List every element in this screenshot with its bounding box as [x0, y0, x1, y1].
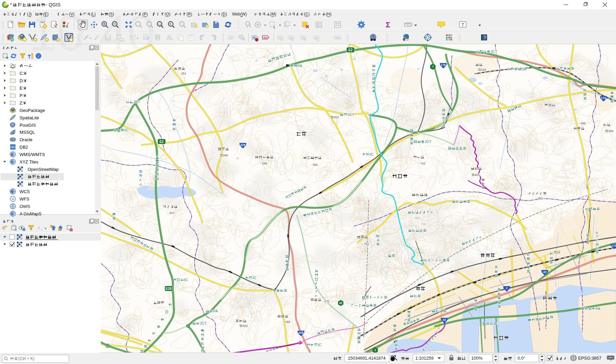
- svg-text:453: 453: [334, 116, 339, 119]
- svg-text:Σ: Σ: [386, 21, 390, 29]
- svg-text:JCT: JCT: [491, 50, 497, 54]
- svg-text:WCS: WCS: [20, 189, 30, 194]
- svg-text:n: n: [41, 229, 42, 231]
- svg-text:Web(W): Web(W): [232, 12, 247, 17]
- svg-text:JCT: JCT: [200, 321, 206, 325]
- svg-text:OWS: OWS: [20, 204, 30, 209]
- svg-text:ab: ab: [253, 36, 256, 39]
- svg-text:*: *: [10, 2, 12, 7]
- svg-text:abc: abc: [278, 36, 282, 39]
- svg-text:Z:¥: Z:¥: [20, 100, 26, 105]
- svg-text:PA: PA: [596, 307, 601, 311]
- svg-text:Oracle: Oracle: [20, 137, 32, 142]
- svg-text:(S): (S): [109, 12, 114, 17]
- svg-text:WMS/WMTS: WMS/WMTS: [20, 152, 45, 157]
- svg-text:(J): (J): [27, 12, 32, 17]
- svg-text:3: 3: [374, 348, 376, 352]
- svg-text:T: T: [461, 22, 464, 27]
- svg-text:- QGIS: - QGIS: [46, 2, 61, 7]
- svg-text:IC: IC: [318, 343, 321, 347]
- svg-text:(R): (R): [187, 12, 192, 17]
- svg-text:722: 722: [420, 162, 425, 165]
- svg-text:459: 459: [285, 320, 290, 324]
- svg-text:P:¥: P:¥: [20, 93, 26, 98]
- svg-text:JCT: JCT: [425, 140, 431, 144]
- svg-text:800: 800: [415, 216, 420, 220]
- svg-text:ε: ε: [38, 225, 40, 230]
- svg-text:E:¥: E:¥: [20, 86, 26, 91]
- svg-text:abc: abc: [302, 36, 306, 39]
- svg-text:OpenStreetMap: OpenStreetMap: [28, 167, 59, 172]
- svg-text:(P): (P): [142, 12, 148, 17]
- svg-text:43: 43: [543, 270, 547, 274]
- svg-text:586: 586: [223, 154, 228, 157]
- svg-text:E2: E2: [160, 140, 164, 144]
- svg-text:15034691,4141874: 15034691,4141874: [348, 356, 386, 361]
- svg-text:7: 7: [432, 65, 434, 68]
- svg-text:XYZ Tiles: XYZ Tiles: [20, 159, 38, 164]
- svg-text:200: 200: [148, 187, 153, 190]
- svg-text:176: 176: [601, 96, 606, 100]
- svg-text:V: V: [12, 198, 14, 201]
- svg-text:931: 931: [475, 173, 480, 177]
- svg-text:565: 565: [313, 163, 318, 166]
- svg-text:488: 488: [581, 122, 586, 125]
- svg-text:DB2: DB2: [20, 145, 28, 150]
- svg-text:428: 428: [298, 331, 303, 334]
- svg-text:abc: abc: [315, 36, 319, 39]
- svg-text:WFS: WFS: [20, 196, 29, 202]
- svg-text:abc: abc: [229, 36, 233, 39]
- svg-text:SpatiaLite: SpatiaLite: [20, 115, 39, 120]
- svg-text:1:101259: 1:101259: [415, 356, 433, 361]
- svg-text:D:¥: D:¥: [20, 78, 27, 83]
- svg-text:(O): (O): [165, 12, 170, 17]
- svg-text:E2: E2: [348, 48, 353, 52]
- svg-text:347: 347: [169, 211, 174, 215]
- svg-text:251: 251: [181, 72, 186, 75]
- svg-text:E28: E28: [166, 287, 172, 291]
- svg-text:PostGIS: PostGIS: [20, 123, 36, 128]
- svg-text:PA: PA: [213, 309, 218, 313]
- svg-text:32: 32: [339, 301, 342, 305]
- svg-text:428: 428: [240, 143, 245, 147]
- svg-text:(Ctrl + K): (Ctrl + K): [18, 356, 34, 361]
- svg-text:2: 2: [506, 286, 507, 290]
- svg-text:171: 171: [611, 244, 616, 247]
- svg-text:(D): (D): [221, 12, 227, 17]
- svg-text:(H): (H): [326, 12, 332, 17]
- svg-text:abc: abc: [289, 36, 293, 39]
- svg-text:100%: 100%: [471, 356, 483, 361]
- svg-text:(M): (M): [270, 12, 276, 17]
- svg-text:GeoPackage: GeoPackage: [20, 108, 45, 113]
- svg-text:0.0°: 0.0°: [517, 356, 525, 361]
- svg-text:(E): (E): [43, 12, 49, 17]
- svg-text:470: 470: [324, 300, 329, 303]
- svg-text:SA: SA: [522, 67, 527, 71]
- svg-text:PA: PA: [298, 64, 303, 68]
- svg-text:403: 403: [243, 324, 248, 328]
- svg-text:EPSG:3857: EPSG:3857: [578, 356, 601, 361]
- svg-text:abc: abc: [263, 36, 268, 39]
- svg-text:596: 596: [262, 162, 267, 165]
- svg-text:IC: IC: [253, 276, 256, 280]
- svg-text:(V): (V): [69, 12, 75, 17]
- svg-text:IC: IC: [370, 152, 373, 156]
- svg-text:C:¥: C:¥: [20, 71, 27, 76]
- svg-text:55: 55: [557, 251, 560, 254]
- svg-text:MSSQL: MSSQL: [20, 130, 35, 135]
- svg-text:529: 529: [481, 68, 486, 71]
- svg-text:43: 43: [443, 318, 446, 322]
- svg-text:565: 565: [538, 197, 543, 200]
- svg-text:(L): (L): [91, 12, 96, 17]
- svg-text:JCT: JCT: [133, 100, 140, 104]
- svg-text:1:1: 1:1: [158, 23, 162, 26]
- svg-text:JCT: JCT: [347, 113, 354, 117]
- svg-text:a: a: [66, 25, 68, 28]
- svg-text:A GisMapS: A GisMapS: [20, 211, 41, 216]
- svg-text:?: ?: [484, 35, 486, 40]
- svg-text:IC: IC: [124, 128, 128, 132]
- svg-text:DB2: DB2: [10, 146, 15, 148]
- svg-text:(C): (C): [304, 12, 310, 17]
- svg-text:176: 176: [441, 63, 446, 67]
- svg-text:700: 700: [421, 222, 426, 226]
